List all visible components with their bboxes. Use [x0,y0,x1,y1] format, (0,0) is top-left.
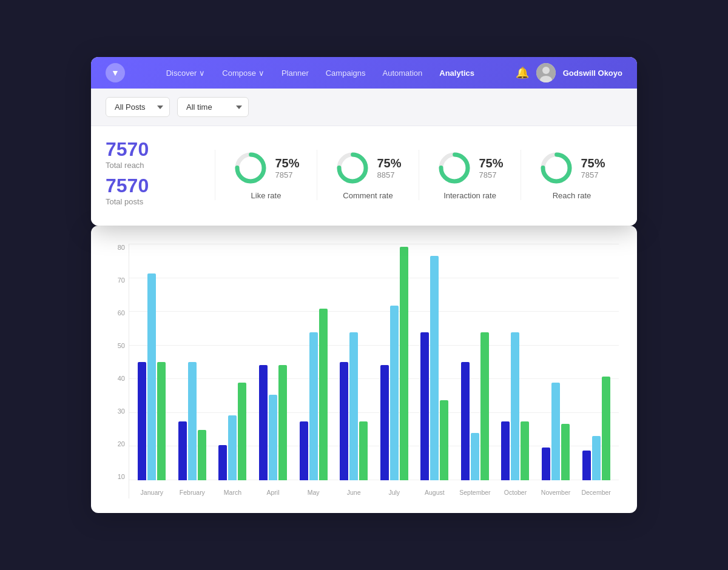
nav-item-planner[interactable]: Planner [274,65,316,81]
nav-right: 🔔 Godswill Okoyo [516,63,622,82]
y-axis-label: 80 [109,244,129,251]
chevron-down-icon: ∨ [199,69,205,78]
bar-blue-light [228,415,237,480]
top-card: ▼ Discover ∨ Compose ∨ Planner Campaigns… [91,57,637,226]
bar-blue-light [147,273,156,480]
filters-row: All Posts Published Scheduled All time L… [91,89,637,126]
donut-text-3: 75% 7857 [581,156,605,179]
nav-item-discover[interactable]: Discover ∨ [159,65,213,81]
bar-blue-dark [582,451,591,480]
y-axis-label: 50 [109,342,129,349]
nav-item-compose[interactable]: Compose ∨ [215,65,272,81]
bar-blue-dark [501,421,510,481]
bar-green [157,362,166,480]
month-group [293,244,334,480]
donut-label-3: Reach rate [553,191,592,200]
month-group [212,244,253,480]
bar-blue-dark [300,421,308,481]
month-group [536,244,576,480]
bar-blue-dark [178,421,187,481]
bar-green [238,383,246,480]
chart-area: 1020304050607080 JanuaryFebruaryMarchApr… [109,244,619,498]
donut-label-0: Like rate [251,191,281,200]
bar-blue-dark [218,445,227,481]
month-group [334,244,374,480]
bar-blue-dark [259,365,268,480]
bar-blue-light [269,395,277,480]
x-labels: JanuaryFebruaryMarchAprilMayJuneJulyAugu… [129,480,619,498]
donut-item-1: 75% 8857 Comment rate [317,150,419,200]
nav-label-campaigns: Campaigns [326,69,366,78]
donut-items: 75% 7857 Like rate 75% 8857 Comment rate [215,150,622,200]
navbar: ▼ Discover ∨ Compose ∨ Planner Campaigns… [91,57,637,89]
chevron-down-icon: ∨ [258,69,265,78]
x-axis-label: February [172,489,213,498]
month-group [414,244,455,480]
donut-item-0: 75% 7857 Like rate [215,150,317,200]
total-reach-value: 7570 [106,138,215,161]
y-axis-label: 30 [109,407,129,415]
bar-green [359,421,368,481]
month-group [132,244,172,480]
donut-text-1: 75% 8857 [377,156,401,179]
nav-item-campaigns[interactable]: Campaigns [318,65,373,81]
main-wrapper: ▼ Discover ∨ Compose ∨ Planner Campaigns… [91,57,637,513]
donut-num-1: 8857 [377,170,401,179]
donut-row-3: 75% 7857 [538,150,605,186]
x-axis-label: October [495,489,536,498]
chart-card: 1020304050607080 JanuaryFebruaryMarchApr… [91,226,637,513]
bar-blue-dark [380,365,389,480]
x-axis-label: September [455,489,496,498]
donut-pct-2: 75% [479,156,503,170]
bar-green [319,309,328,480]
bar-green [400,247,408,480]
month-group [495,244,536,480]
donut-pct-0: 75% [275,156,299,170]
bar-blue-light [471,433,479,480]
bar-blue-dark [461,362,470,480]
donut-row-1: 75% 8857 [334,150,401,186]
bar-blue-light [511,332,519,480]
nav-label-compose: Compose [222,69,256,78]
bell-icon[interactable]: 🔔 [516,66,529,79]
bar-green [602,377,610,480]
bars-container [129,244,619,480]
y-axis-label: 10 [109,473,129,480]
nav-item-automation[interactable]: Automation [375,65,430,81]
month-group [455,244,496,480]
bar-blue-light [430,256,439,481]
y-axis-label: 20 [109,440,129,448]
donut-label-1: Comment rate [343,191,393,200]
bar-blue-dark [542,448,550,480]
y-axis-label: 60 [109,309,129,317]
nav-label-discover: Discover [166,69,197,78]
user-name: Godswill Okoyo [563,69,622,78]
bar-blue-dark [138,362,146,480]
nav-label-automation: Automation [382,69,422,78]
donut-text-2: 75% 7857 [479,156,503,179]
donut-row-0: 75% 7857 [232,150,299,186]
donut-num-2: 7857 [479,170,503,179]
x-axis-label: November [536,489,576,498]
x-axis-label: March [212,489,253,498]
donut-label-2: Interaction rate [443,191,496,200]
donut-num-3: 7857 [581,170,605,179]
nav-logo-button[interactable]: ▼ [106,63,125,82]
y-axis-label: 40 [109,375,129,382]
total-posts-label: Total posts [106,197,215,206]
chart-body: JanuaryFebruaryMarchAprilMayJuneJulyAugu… [129,244,619,498]
stats-row: 7570 Total reach 7570 Total posts 75% 78… [91,126,637,226]
donut-pct-3: 75% [581,156,605,170]
bar-green [561,424,570,480]
time-filter[interactable]: All time Last 7 days Last 30 days Last 9… [177,97,249,117]
total-reach-label: Total reach [106,161,215,170]
donut-text-0: 75% 7857 [275,156,299,179]
bar-green [521,421,529,481]
bar-blue-light [309,332,318,480]
nav-item-analytics[interactable]: Analytics [432,65,482,81]
nav-label-planner: Planner [281,69,309,78]
bar-blue-dark [420,332,429,480]
donut-chart-0 [232,150,269,186]
posts-filter[interactable]: All Posts Published Scheduled [106,97,170,117]
x-axis-label: June [334,489,374,498]
